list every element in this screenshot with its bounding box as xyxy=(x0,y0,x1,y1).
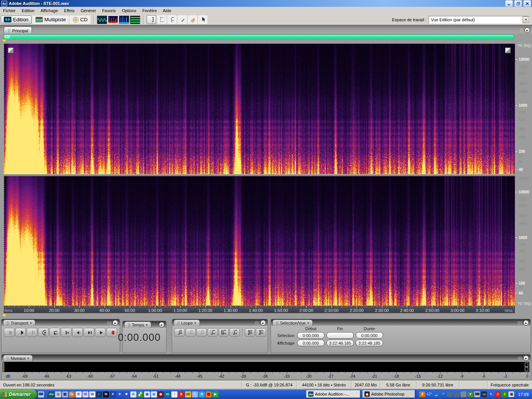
cd-view-button[interactable]: CD xyxy=(70,16,90,24)
panel-menu-button[interactable]: ▶ xyxy=(523,320,529,326)
panel-menu-button[interactable]: ▶ xyxy=(260,320,266,326)
spectrogram-right-channel[interactable] xyxy=(4,176,515,306)
task-adobe-photoshop[interactable]: ◉ Adobe Photoshop xyxy=(363,390,416,398)
close-icon[interactable]: × xyxy=(195,321,196,325)
quicklaunch-icon-19[interactable]: rc xyxy=(165,391,171,397)
workspace-dropdown[interactable]: Vue Edition (par défaut) ▼ xyxy=(429,16,530,24)
task-adobe-audition[interactable]: Au Adobe Audition -... xyxy=(306,390,360,398)
chevron-down-icon[interactable]: ▼ xyxy=(522,16,529,23)
record-button[interactable] xyxy=(106,328,117,337)
playhead-marker-bottom[interactable] xyxy=(2,314,6,316)
waveform-view-button[interactable] xyxy=(97,16,107,24)
tray-icon-4[interactable]: ✕ xyxy=(454,391,459,397)
transport-panel-tab[interactable]: Transport × xyxy=(3,320,35,326)
view-duration-field[interactable]: 3:22:48.185 xyxy=(356,340,383,346)
tray-icon-12[interactable]: ▣ xyxy=(508,391,514,397)
go-to-end-button[interactable] xyxy=(95,328,106,337)
selection-view-panel-tab[interactable]: Sélection/Vue × xyxy=(272,320,313,326)
minimize-button[interactable] xyxy=(505,0,513,6)
boundary-handle-right[interactable] xyxy=(505,48,511,53)
selection-duration-field[interactable]: 0:00.000 xyxy=(356,332,383,339)
close-button[interactable] xyxy=(524,0,531,6)
time-ruler[interactable]: 10:0020:0030:0040:0050:001:00:001:10:001… xyxy=(4,306,515,313)
close-icon[interactable]: × xyxy=(307,321,309,325)
panel-menu-button[interactable]: ▶ xyxy=(523,355,529,361)
quicklaunch-icon-17[interactable]: ◉ xyxy=(151,391,157,397)
quicklaunch-icon-9[interactable]: ◐ xyxy=(96,391,102,397)
tray-icon-11[interactable]: $ xyxy=(502,391,507,397)
clip-indicator-right[interactable] xyxy=(525,367,528,371)
play-from-cursor-button[interactable] xyxy=(38,328,49,337)
quicklaunch-icon-16[interactable]: ◉ xyxy=(144,391,150,397)
quicklaunch-icon-13[interactable]: ❖ xyxy=(124,391,130,397)
tray-icon-8[interactable]: ▭ xyxy=(481,391,487,397)
start-button[interactable]: Démarrer xyxy=(0,390,37,399)
menu-options[interactable]: Options xyxy=(119,7,139,14)
menu-générer[interactable]: Générer xyxy=(78,7,99,14)
quicklaunch-icon-10[interactable]: N xyxy=(103,391,109,397)
levels-panel-tab[interactable]: Niveaux × xyxy=(3,355,33,361)
selection-start-field[interactable]: 0:00.000 xyxy=(297,332,325,339)
menu-effets[interactable]: Effets xyxy=(61,7,78,14)
spectrogram-left-channel[interactable] xyxy=(4,44,515,174)
time-selection-tool-button[interactable] xyxy=(147,15,156,24)
quicklaunch-icon-26[interactable]: ▶ xyxy=(212,391,218,397)
zoom-out-horizontal-button[interactable] xyxy=(185,328,196,337)
close-icon[interactable]: × xyxy=(27,356,29,360)
selection-end-field[interactable] xyxy=(326,332,354,339)
quicklaunch-icon-24[interactable]: S xyxy=(199,391,205,397)
stop-button[interactable] xyxy=(4,328,14,337)
panel-menu-button[interactable]: ▶ xyxy=(159,322,165,328)
scrub-tool-button[interactable] xyxy=(198,15,207,24)
view-end-field[interactable]: 3:22:48.185 xyxy=(326,340,354,346)
play-button[interactable] xyxy=(15,328,26,337)
edit-view-button[interactable]: Edition xyxy=(1,16,32,24)
marquee-selection-tool-button[interactable] xyxy=(157,15,166,24)
zoom-out-full-button[interactable] xyxy=(196,328,207,337)
quicklaunch-icon-23[interactable]: i xyxy=(192,391,198,397)
quicklaunch-separator[interactable] xyxy=(46,391,46,398)
quicklaunch-icon-20[interactable]: ◔ xyxy=(171,391,177,397)
menu-edition[interactable]: Edition xyxy=(19,7,38,14)
close-icon[interactable]: × xyxy=(30,321,32,325)
close-icon[interactable]: × xyxy=(146,323,147,327)
overview-scrollbar[interactable] xyxy=(3,34,515,40)
spectral-pan-view-button[interactable] xyxy=(119,16,129,24)
multitrack-view-button[interactable]: Multipiste xyxy=(32,16,69,24)
menu-fenêtre[interactable]: Fenêtre xyxy=(139,7,160,14)
zoom-to-selection-right-button[interactable] xyxy=(230,328,240,337)
zoom-out-vertical-button[interactable] xyxy=(256,328,266,337)
quicklaunch-icon-6[interactable]: B xyxy=(76,391,82,397)
time-panel-tab[interactable]: Temps × xyxy=(124,321,151,328)
playhead-marker-top[interactable] xyxy=(2,40,6,42)
quicklaunch-icon-2[interactable]: Au xyxy=(48,391,54,397)
zoom-to-selection-button[interactable] xyxy=(207,328,218,337)
restore-button[interactable] xyxy=(515,0,522,6)
go-to-beginning-button[interactable] xyxy=(61,328,71,337)
effects-paintbrush-tool-button[interactable] xyxy=(177,15,187,24)
phase-view-button[interactable] xyxy=(130,16,140,24)
tray-icon-0[interactable]: ‖ xyxy=(420,391,425,397)
zoom-in-horizontal-button[interactable] xyxy=(174,328,185,337)
pause-button[interactable] xyxy=(27,328,37,337)
quicklaunch-icon-5[interactable]: fx xyxy=(69,391,75,397)
menu-affichage[interactable]: Affichage xyxy=(38,7,61,14)
quicklaunch-icon-14[interactable]: A xyxy=(130,391,136,397)
quicklaunch-icon-18[interactable]: ◉ xyxy=(158,391,164,397)
fast-forward-button[interactable] xyxy=(84,328,94,337)
play-looped-button[interactable] xyxy=(49,328,60,337)
zoom-to-selection-left-button[interactable] xyxy=(218,328,229,337)
zoom-panel-tab[interactable]: Loupe × xyxy=(174,320,200,326)
quicklaunch-icon-12[interactable]: ✶ xyxy=(117,391,123,397)
level-meter[interactable] xyxy=(3,362,529,372)
quicklaunch-icon-15[interactable]: ▞ xyxy=(137,391,143,397)
quicklaunch-icon-4[interactable]: ▦ xyxy=(62,391,68,397)
tray-icon-6[interactable]: ▼ xyxy=(467,391,473,397)
quicklaunch-icon-11[interactable]: ✕ xyxy=(110,391,116,397)
tray-icon-2[interactable]: ⚑ xyxy=(440,391,446,397)
lasso-selection-tool-button[interactable] xyxy=(167,15,177,24)
tray-icon-9[interactable]: ↖ xyxy=(488,391,494,397)
quicklaunch-icon-22[interactable]: UE xyxy=(185,391,191,397)
spot-healing-brush-tool-button[interactable] xyxy=(188,15,197,24)
tab-principal[interactable]: Principal xyxy=(4,27,32,34)
